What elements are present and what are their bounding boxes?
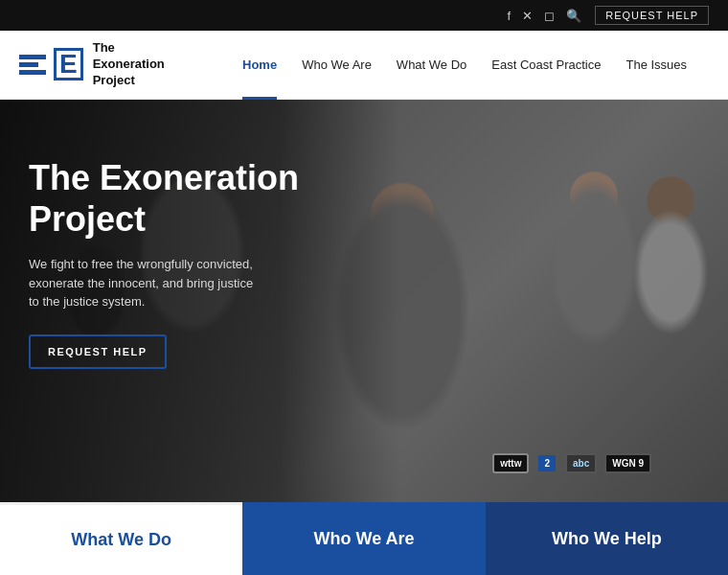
top-bar: f ✕ ◻ 🔍 REQUEST HELP bbox=[0, 0, 728, 31]
social-icons: f ✕ ◻ 🔍 bbox=[508, 9, 582, 23]
hero-content: The Exoneration Project We fight to free… bbox=[29, 157, 316, 369]
request-help-top-button[interactable]: REQUEST HELP bbox=[595, 6, 709, 25]
nav-link-news[interactable]: News & Stories bbox=[699, 31, 709, 100]
nav-link-issues[interactable]: The Issues bbox=[613, 31, 699, 100]
logo-stripes bbox=[19, 55, 46, 75]
tab-who-we-are[interactable]: Who We Are bbox=[242, 502, 485, 575]
hero-title: The Exoneration Project bbox=[29, 157, 316, 240]
nav: E The Exoneration Project Home Who We Ar… bbox=[0, 31, 728, 100]
facebook-icon[interactable]: f bbox=[508, 9, 512, 23]
hero-subtitle: We fight to free the wrongfully convicte… bbox=[29, 255, 259, 311]
search-icon[interactable]: 🔍 bbox=[566, 9, 581, 23]
nav-link-home[interactable]: Home bbox=[230, 31, 289, 100]
tab-what-we-do[interactable]: What We Do bbox=[0, 502, 242, 575]
hero-section: The Exoneration Project We fight to free… bbox=[0, 100, 728, 502]
nav-link-what-we-do[interactable]: What We Do bbox=[384, 31, 479, 100]
mic-badges: wttw 2 abc WGN 9 bbox=[492, 453, 651, 473]
nav-link-who-we-are[interactable]: Who We Are bbox=[289, 31, 384, 100]
logo-e-letter: E bbox=[54, 48, 83, 80]
tab-who-we-help[interactable]: Who We Help bbox=[486, 502, 728, 575]
bottom-tabs: What We Do Who We Are Who We Help bbox=[0, 502, 728, 575]
cbs-badge: 2 bbox=[536, 453, 557, 473]
nav-link-east-coast[interactable]: East Coast Practice bbox=[479, 31, 613, 100]
abc-badge: abc bbox=[565, 453, 597, 473]
instagram-icon[interactable]: ◻ bbox=[544, 9, 555, 23]
wttw-badge: wttw bbox=[492, 453, 529, 473]
nav-links: Home Who We Are What We Do East Coast Pr… bbox=[230, 31, 709, 100]
x-icon[interactable]: ✕ bbox=[522, 9, 533, 23]
logo[interactable]: E The Exoneration Project bbox=[19, 40, 201, 89]
wgn-badge: WGN 9 bbox=[604, 453, 651, 473]
logo-text: The Exoneration Project bbox=[93, 40, 165, 89]
hero-request-help-button[interactable]: REQUEST HELP bbox=[29, 334, 167, 369]
